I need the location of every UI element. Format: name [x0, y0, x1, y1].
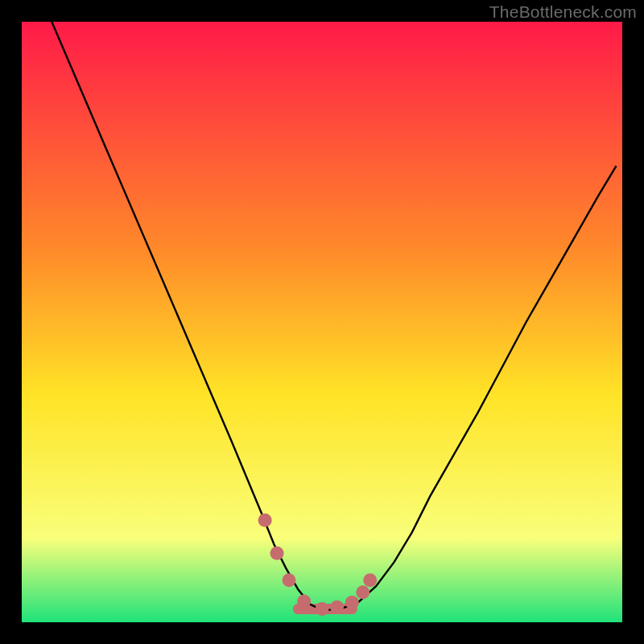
curve-marker	[270, 547, 284, 560]
curve-marker	[345, 596, 359, 609]
curve-marker	[282, 573, 295, 587]
chart-stage: TheBottleneck.com	[0, 0, 644, 644]
curve-marker	[356, 585, 369, 599]
curve-marker	[316, 602, 329, 616]
bottleneck-plot	[22, 22, 622, 622]
gradient-background	[22, 22, 622, 622]
chart-svg	[22, 22, 622, 622]
curve-marker	[363, 573, 377, 587]
watermark-label: TheBottleneck.com	[489, 2, 637, 22]
curve-marker	[330, 601, 344, 614]
curve-marker	[297, 594, 311, 608]
curve-marker	[258, 514, 272, 527]
